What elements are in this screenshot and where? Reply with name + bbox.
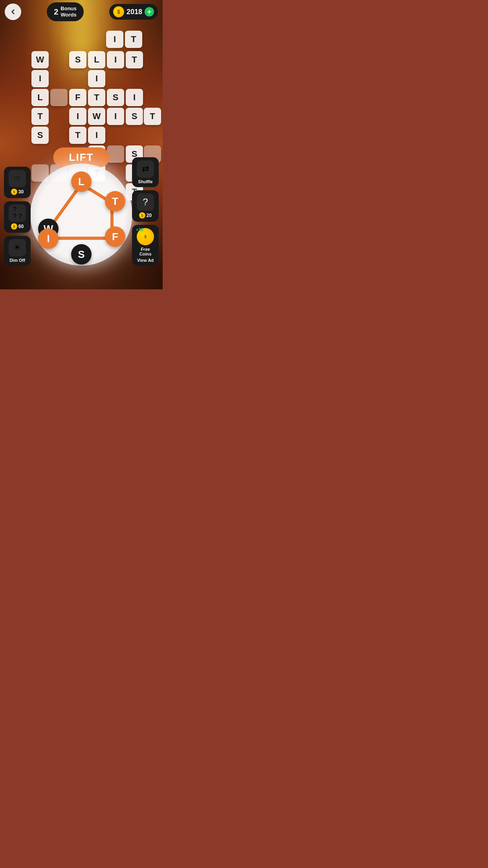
tile-L-1: L — [88, 51, 105, 68]
bonus-words-badge: 2 BonusWords — [47, 2, 84, 21]
bottom-right-buttons: ⇄ Shuffle ? $ 20 $ +20 Free Coins View A… — [132, 157, 159, 266]
top-bar: 2 BonusWords $ 2018 + — [0, 0, 163, 24]
coins-badge: $ 2018 + — [109, 4, 158, 20]
tile-S-2: S — [107, 89, 124, 106]
add-coins-button[interactable]: + — [145, 7, 154, 17]
clue-button[interactable]: ?? ? $ 60 — [4, 201, 31, 233]
wheel-background: W L T F I S — [30, 164, 132, 266]
clue-cost: $ 60 — [11, 223, 24, 230]
game-container: 2 BonusWords $ 2018 + I T W S L I T I I … — [0, 0, 163, 289]
shuffle-button[interactable]: ⇄ Shuffle — [132, 157, 159, 187]
free-coins-label: Free Coins — [135, 247, 156, 256]
question-coin-icon: $ — [139, 212, 145, 219]
tile-S-4: S — [31, 127, 49, 144]
bonus-count: 2 — [54, 7, 58, 17]
hint-cost: $ 30 — [11, 189, 24, 195]
tile-I-3: I — [88, 70, 105, 87]
tile-T-5: T — [144, 108, 161, 125]
wheel-letter-F[interactable]: F — [105, 226, 125, 247]
tile-I-4: I — [126, 89, 143, 106]
wheel-letter-T[interactable]: T — [105, 191, 125, 211]
dim-button[interactable]: ☀ Dim Off — [4, 236, 31, 266]
free-coins-icon: $ +20 — [137, 228, 154, 245]
dim-icon: ☀ — [9, 239, 26, 256]
tile-S-1: S — [69, 51, 86, 68]
tile-S-3: S — [126, 108, 143, 125]
bottom-left-buttons: ☞ $ 30 ?? ? $ 60 ☀ Dim Off — [4, 167, 31, 266]
hint-button[interactable]: ☞ $ 30 — [4, 167, 31, 198]
clue-icon: ?? ? — [9, 204, 26, 222]
clue-coin-icon: $ — [11, 223, 17, 230]
question-button[interactable]: ? $ 20 — [132, 190, 159, 222]
question-icon: ? — [137, 193, 154, 211]
shuffle-label: Shuffle — [138, 179, 152, 184]
hint-icon: ☞ — [9, 170, 26, 187]
tile-I-1: I — [107, 51, 124, 68]
tile-I-5: I — [69, 108, 86, 125]
tile-T-3: T — [88, 89, 105, 106]
tile-IT-1: I — [106, 31, 123, 48]
tile-T-4: T — [31, 108, 49, 125]
tile-T-1: T — [125, 31, 142, 48]
shuffle-icon: ⇄ — [137, 160, 154, 178]
coin-icon: $ — [113, 6, 124, 17]
free-coins-plus: +20 — [136, 227, 143, 232]
coins-count: 2018 — [127, 8, 142, 16]
wheel-letter-I[interactable]: I — [38, 228, 59, 249]
tile-W-2: W — [88, 108, 105, 125]
question-cost: $ 20 — [139, 212, 152, 219]
wheel-letter-S[interactable]: S — [71, 244, 92, 265]
dim-label: Dim Off — [9, 258, 25, 263]
tile-T-6: T — [69, 127, 86, 144]
view-ad-label: View Ad — [137, 258, 154, 263]
hint-coin-icon: $ — [11, 189, 17, 195]
wheel-area[interactable]: W L T F I S — [30, 164, 132, 266]
tile-L-2: L — [31, 89, 49, 106]
tile-I-6: I — [107, 108, 124, 125]
tile-T-2: T — [126, 51, 143, 68]
tile-I-7: I — [88, 127, 105, 144]
tile-empty-2 — [107, 145, 124, 163]
back-button[interactable] — [5, 4, 21, 20]
bonus-label: BonusWords — [61, 6, 76, 18]
tile-F-1: F — [69, 89, 86, 106]
wheel-letter-L[interactable]: L — [71, 171, 92, 192]
free-coins-button[interactable]: $ +20 Free Coins View Ad — [132, 225, 159, 266]
tile-I-2: I — [31, 70, 49, 87]
tile-W-1: W — [31, 51, 49, 68]
tile-empty-1 — [50, 89, 68, 106]
